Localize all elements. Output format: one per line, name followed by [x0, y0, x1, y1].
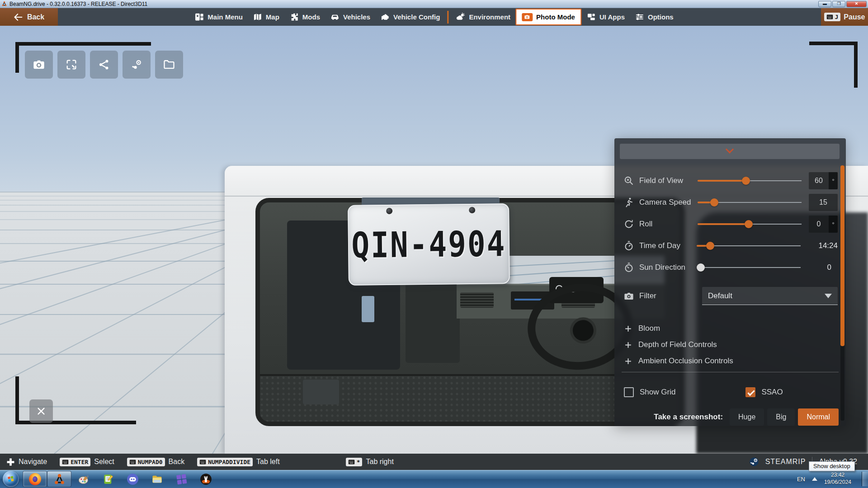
- expand-plus-icon: [624, 357, 632, 366]
- show-desktop-button[interactable]: [862, 472, 868, 486]
- panel-divider: [622, 372, 839, 372]
- nav-main-menu[interactable]: Main Menu: [189, 8, 248, 26]
- screenshot-big-button[interactable]: Big: [767, 408, 795, 426]
- taskbar-clock[interactable]: 23:42 19/06/2024: [824, 472, 851, 486]
- key-badge: *: [346, 458, 363, 466]
- frame-bracket-top-left: [15, 42, 19, 73]
- slider-fill: [697, 245, 707, 247]
- sun-direction-slider[interactable]: [697, 263, 801, 272]
- paint-icon: [78, 473, 90, 485]
- screenshot-normal-button[interactable]: Normal: [798, 408, 839, 426]
- field-of-view-value[interactable]: 60 °: [809, 172, 838, 189]
- puzzle-icon: [289, 12, 299, 22]
- running-person-icon: [623, 197, 634, 208]
- nav-photo-mode[interactable]: Photo Mode: [515, 9, 581, 25]
- nav-vehicles[interactable]: Vehicles: [325, 8, 375, 26]
- slider-handle: [697, 263, 705, 272]
- camera-icon: [33, 58, 45, 71]
- scrollbar-thumb[interactable]: [840, 165, 844, 346]
- hint-back: NUMPAD0 Back: [127, 458, 184, 466]
- app-window: BeamNG.drive - 0.32.0.0.16373 - RELEASE …: [0, 0, 868, 488]
- plate-bolt: [469, 207, 475, 213]
- steam-upload-button[interactable]: [123, 51, 151, 79]
- nav-mods[interactable]: Mods: [284, 8, 325, 26]
- photo-toolbar: [25, 51, 183, 79]
- time-of-day-slider[interactable]: [697, 242, 801, 250]
- keyboard-icon: [348, 460, 355, 465]
- sliders-icon: [635, 12, 644, 22]
- panel-scrollbar[interactable]: [840, 165, 844, 421]
- sun-dial-icon: [623, 262, 634, 273]
- nav-divider: [447, 11, 448, 23]
- nav-map[interactable]: Map: [248, 8, 284, 26]
- panel-collapse-header[interactable]: [620, 144, 840, 159]
- field-of-view-row: Field of View 60 °: [614, 170, 846, 192]
- pause-key-badge: J: [824, 13, 841, 21]
- nav-environment[interactable]: Environment: [451, 8, 515, 26]
- sun-direction-value: 0: [808, 263, 838, 272]
- slider-fill: [698, 223, 749, 225]
- notepadpp-icon: [102, 473, 114, 485]
- start-button[interactable]: [3, 471, 19, 487]
- camera-speed-slider[interactable]: [698, 198, 802, 206]
- show-grid-checkbox[interactable]: [624, 387, 634, 397]
- minimize-button[interactable]: ▬: [818, 1, 831, 7]
- screenshot-huge-button[interactable]: Huge: [730, 408, 764, 426]
- magnifier-plus-icon: [623, 175, 634, 186]
- side-mirror: [362, 296, 374, 322]
- taskbar-llama-app[interactable]: [193, 471, 218, 487]
- show-desktop-tooltip: Show desktop: [809, 461, 855, 471]
- roll-value[interactable]: 0 °: [809, 216, 838, 233]
- engine-icon: [380, 12, 390, 22]
- back-button[interactable]: Back: [0, 8, 58, 26]
- viewport-3d[interactable]: QIN-4904: [0, 26, 868, 454]
- section-bloom[interactable]: Bloom: [614, 320, 846, 337]
- sill-notch: [303, 380, 339, 404]
- weather-icon: [456, 12, 465, 22]
- ui-apps-icon: [586, 12, 596, 22]
- close-window-button[interactable]: ✕: [846, 1, 867, 7]
- open-folder-button[interactable]: [155, 51, 183, 79]
- slider-handle: [742, 177, 750, 185]
- ssao-checkbox[interactable]: [745, 387, 755, 397]
- pause-button[interactable]: J Pause: [821, 8, 868, 26]
- section-depth-of-field[interactable]: Depth of Field Controls: [614, 337, 846, 353]
- taskbar-discord[interactable]: [120, 471, 145, 487]
- resolution-frame-button[interactable]: [57, 51, 85, 79]
- dropdown-caret-icon: [825, 294, 832, 302]
- take-photo-button[interactable]: [25, 51, 53, 79]
- field-of-view-slider[interactable]: [698, 177, 802, 185]
- taskbar-paint[interactable]: [71, 471, 96, 487]
- maximize-button[interactable]: ❒: [832, 1, 845, 7]
- nav-vehicle-config[interactable]: Vehicle Config: [375, 8, 445, 26]
- slider-fill: [698, 202, 711, 203]
- camera-speed-value[interactable]: 15: [809, 194, 838, 211]
- sun-direction-row: Sun Direction 0: [614, 257, 846, 278]
- map-icon: [253, 12, 262, 22]
- frame-bracket-top-left: [15, 42, 151, 46]
- explorer-folder-icon: [151, 473, 163, 485]
- nav-ui-apps[interactable]: UI Apps: [581, 8, 630, 26]
- taskbar-notepadpp[interactable]: [96, 471, 120, 487]
- nav-options[interactable]: Options: [630, 8, 679, 26]
- taskbar-tiles-app[interactable]: [169, 471, 193, 487]
- taskbar-explorer[interactable]: [145, 471, 169, 487]
- close-photo-mode-button[interactable]: [29, 399, 53, 423]
- steam-rip-label: STEAMRIP: [765, 458, 806, 466]
- hint-tab-left: NUMPADDIVIDE Tab left: [197, 458, 280, 466]
- license-plate-text: QIN-4904: [351, 223, 506, 266]
- car-icon: [330, 12, 340, 22]
- roll-row: Roll 0 °: [614, 213, 846, 235]
- arrow-left-icon: [14, 13, 23, 22]
- section-ambient-occlusion[interactable]: Ambient Occlusion Controls: [614, 353, 846, 369]
- roll-slider[interactable]: [698, 220, 802, 228]
- purple-tiles-icon: [175, 473, 188, 485]
- tray-expand-icon[interactable]: [812, 474, 817, 481]
- filter-dropdown[interactable]: Default: [702, 287, 838, 305]
- taskbar-beamng[interactable]: [47, 471, 71, 487]
- filter-camera-icon: [623, 291, 634, 301]
- share-button[interactable]: [90, 51, 118, 79]
- language-indicator[interactable]: EN: [797, 476, 805, 483]
- taskbar-firefox[interactable]: [23, 471, 47, 487]
- time-of-day-row: Time of Day 14:24: [614, 235, 846, 257]
